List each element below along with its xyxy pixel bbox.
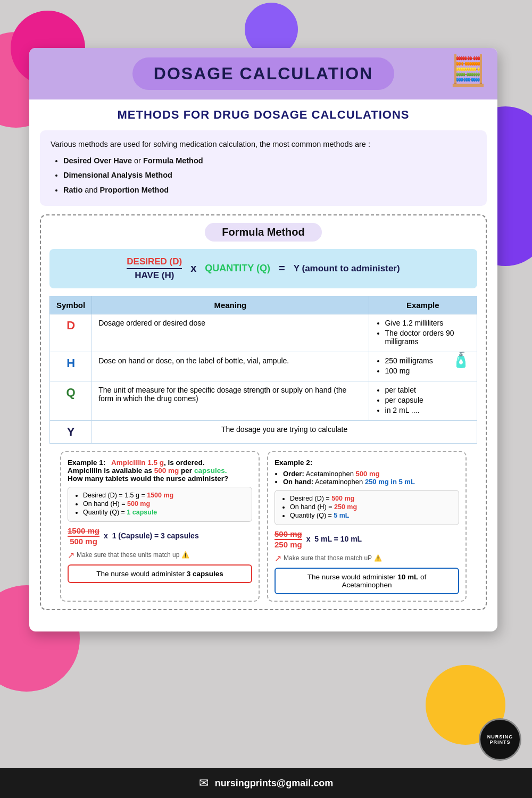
col-meaning: Meaning — [92, 296, 369, 314]
ex1-bullet-box: Desired (D) = 1.5 g = 1500 mg On hand (H… — [68, 487, 252, 522]
ex1-numerator: 1500 mg — [68, 526, 99, 537]
examples-row: Example 1: Ampicillin 1.5 g, is ordered.… — [60, 451, 467, 602]
intro-box: Various methods are used for solving med… — [40, 130, 487, 206]
ex1-warning-icon: ⚠️ — [181, 551, 189, 559]
example-d: Give 1.2 milliliters The doctor orders 9… — [369, 314, 477, 352]
dh-fraction: DESIRED (D) HAVE (H) — [127, 256, 182, 281]
formula-section: Formula Method DESIRED (D) HAVE (H) x QU… — [40, 214, 487, 610]
ex2-fraction: 500 mg 250 mg — [275, 529, 302, 549]
intro-text: Various methods are used for solving med… — [51, 140, 370, 148]
quantity-label: QUANTITY (Q) — [205, 263, 270, 274]
methods-list: Desired Over Have or Formula Method Dime… — [51, 154, 476, 197]
ex1-drug: Ampicillin 1.5 g — [111, 459, 164, 467]
symbol-h: H — [50, 352, 92, 381]
symbol-y: Y — [50, 420, 92, 443]
equals-symbol: = — [279, 262, 285, 275]
ex1-fraction: 1500 mg 500 mg — [68, 526, 99, 546]
desired-label: DESIRED (D) — [127, 256, 182, 269]
ex1-answer: The nurse would administer 3 capsules — [96, 570, 223, 578]
symbol-d: D — [50, 314, 92, 352]
y-label: Y (amount to administer) — [294, 263, 400, 274]
ex1-label: Example 1: — [68, 459, 105, 467]
ex2-numerator: 500 mg — [275, 529, 302, 540]
ex2-calc-eq: x 5 mL = 10 mL — [306, 535, 362, 543]
ex1-denominator: 500 mg — [70, 537, 97, 546]
col-example: Example — [369, 296, 477, 314]
calculator-icon: 🧮 — [450, 53, 487, 88]
example2-title: Example 2: — [275, 459, 459, 467]
example2-box: Example 2: Order: Acetaminophen 500 mg O… — [267, 451, 467, 602]
ex1-answer-box: The nurse would administer 3 capsules — [68, 564, 252, 583]
email-icon: ✉ — [199, 776, 209, 790]
meaning-q: The unit of measure for the specific dos… — [92, 381, 369, 420]
page-title: DOSAGE CALCULATION — [154, 64, 373, 83]
meaning-h: Dose on hand or dose, on the label of bo… — [92, 352, 369, 381]
footer: ✉ nursingprints@gmail.com — [0, 768, 532, 798]
ex2-match-note: ↗ Make sure that those match uP ⚠️ — [275, 553, 459, 563]
list-item: Desired Over Have or Formula Method — [63, 154, 476, 168]
meaning-y: The dosage you are trying to calculate — [92, 420, 477, 443]
ex2-label: Example 2: — [275, 459, 312, 467]
times-symbol: x — [190, 262, 196, 275]
ex2-match-text: Make sure that those match uP — [284, 554, 372, 562]
example1-box: Example 1: Ampicillin 1.5 g, is ordered.… — [60, 451, 260, 602]
title-pill: DOSAGE CALCULATION — [132, 57, 394, 90]
symbol-q: Q — [50, 381, 92, 420]
ex1-match-note: ↗ Make sure that these units match up ⚠️ — [68, 550, 252, 560]
formula-equation-box: DESIRED (D) HAVE (H) x QUANTITY (Q) = Y … — [49, 249, 477, 288]
ex1-calc-eq: x 1 (Capsule) = 3 capsules — [104, 531, 199, 540]
example-q: per tablet per capsule in 2 mL .... — [369, 381, 477, 420]
symbols-table: Symbol Meaning Example D Dosage ordered … — [49, 296, 477, 444]
table-row-q: Q The unit of measure for the specific d… — [50, 381, 477, 420]
ex1-calc-row: 1500 mg 500 mg x 1 (Capsule) = 3 capsule… — [68, 526, 252, 546]
ex2-denominator: 250 mg — [275, 540, 302, 549]
list-item: Dimensional Analysis Method — [63, 169, 476, 182]
badge-text: NURSINGPRINTS — [487, 734, 513, 745]
title-section: DOSAGE CALCULATION 🧮 — [29, 48, 497, 99]
main-card: DOSAGE CALCULATION 🧮 METHODS FOR DRUG DO… — [29, 48, 497, 631]
ex1-match-text: Make sure that these units match up — [77, 551, 179, 559]
methods-subtitle: METHODS FOR DRUG DOSAGE CALCULATIONS — [29, 99, 497, 126]
footer-email: nursingprints@gmail.com — [215, 778, 334, 789]
ex2-warning-icon: ⚠️ — [374, 554, 382, 562]
table-row-d: D Dosage ordered or desired dose Give 1.… — [50, 314, 477, 352]
list-item: Ratio and Proportion Method — [63, 184, 476, 197]
bottle-icon: 🧴 — [452, 351, 470, 369]
ex2-answer-box: The nurse would administer 10 mL of Acet… — [275, 568, 459, 594]
table-row-h: H Dose on hand or dose, on the label of … — [50, 352, 477, 381]
formula-label: Formula Method — [49, 223, 477, 242]
have-label: HAVE (H) — [135, 269, 174, 281]
col-symbol: Symbol — [50, 296, 92, 314]
formula-label-pill: Formula Method — [205, 223, 322, 242]
example-h: 🧴 250 milligrams 100 mg — [369, 352, 477, 381]
ex1-arrow-icon: ↗ — [68, 550, 74, 560]
example1-title: Example 1: Ampicillin 1.5 g, is ordered.… — [68, 459, 252, 483]
ex2-answer: The nurse would administer 10 mL of Acet… — [307, 573, 427, 589]
ex2-calc-row: 500 mg 250 mg x 5 mL = 10 mL — [275, 529, 459, 549]
ex2-arrow-icon: ↗ — [275, 553, 281, 563]
meaning-d: Dosage ordered or desired dose — [92, 314, 369, 352]
ex2-bullet-box: Desired (D) = 500 mg On hand (H) = 250 m… — [275, 490, 459, 525]
table-row-y: Y The dosage you are trying to calculate — [50, 420, 477, 443]
nursing-badge: NURSINGPRINTS — [479, 718, 521, 761]
